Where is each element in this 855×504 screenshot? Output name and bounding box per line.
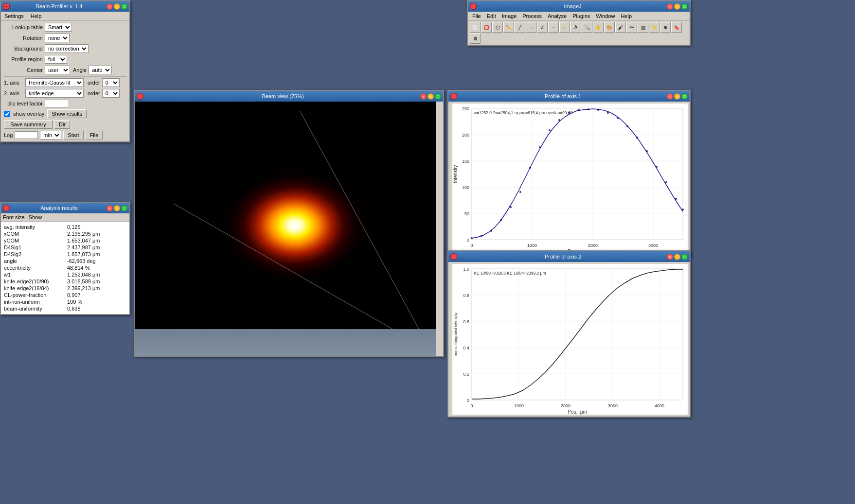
bv-max-btn[interactable]: □ bbox=[435, 93, 441, 100]
tool-arrow[interactable]: → bbox=[526, 22, 536, 33]
ij-menu-plugins[interactable]: Plugins bbox=[570, 13, 592, 19]
profile-axis2-window: Profile of axis 2 × − □ 0 bbox=[447, 250, 691, 417]
tool-rect[interactable]: ⬜ bbox=[470, 22, 481, 33]
axis1-order-select[interactable]: 0 1 2 bbox=[102, 78, 120, 87]
tool-threshold[interactable]: ▧ bbox=[638, 22, 648, 33]
file-button[interactable]: File bbox=[86, 131, 103, 139]
svg-text:3000: 3000 bbox=[648, 243, 658, 248]
bp-max-btn[interactable]: □ bbox=[121, 3, 127, 10]
p1-close-btn[interactable]: × bbox=[667, 93, 673, 100]
svg-point-23 bbox=[529, 167, 531, 169]
center-select[interactable]: user COM max bbox=[45, 66, 70, 74]
tool-freehand[interactable]: ✏️ bbox=[503, 22, 514, 33]
tool-measure[interactable]: 📏 bbox=[649, 22, 659, 33]
ij-close-btn[interactable]: × bbox=[667, 3, 673, 10]
log-input[interactable] bbox=[15, 131, 38, 139]
dir-button[interactable]: Dir bbox=[54, 120, 70, 129]
analysis-value: 3.018,589 μm bbox=[67, 278, 100, 284]
analysis-titlebar: Analysis results × − □ bbox=[1, 203, 129, 213]
tool-angle[interactable]: ∠ bbox=[537, 22, 548, 33]
background-select[interactable]: no correction subtract min bbox=[45, 44, 89, 53]
analysis-row: angle-62,663 deg bbox=[4, 258, 126, 264]
start-button[interactable]: Start bbox=[63, 131, 83, 139]
axis1-fit-select[interactable]: Hermite-Gauss fit Gauss fit knife-edge bbox=[25, 78, 84, 87]
tool-polygon[interactable]: ⬡ bbox=[492, 22, 503, 33]
tool-line[interactable]: ╱ bbox=[515, 22, 525, 33]
beam-profiler-titlebar: ● Beam Profiler v. 1.4 × − □ bbox=[1, 1, 129, 12]
profile-region-select[interactable]: full ROI bbox=[45, 55, 67, 64]
ij-menu-image[interactable]: Image bbox=[499, 13, 519, 19]
ar-min-btn[interactable]: − bbox=[114, 205, 120, 211]
rotation-select[interactable]: none 90° bbox=[45, 34, 70, 42]
ij-menu-help[interactable]: Help bbox=[618, 13, 634, 19]
ij-max-btn[interactable]: □ bbox=[681, 3, 688, 10]
ar-menu-fontsize[interactable]: Font size bbox=[3, 214, 25, 220]
tool-stamp[interactable]: 🔖 bbox=[671, 22, 682, 33]
ij-min-btn[interactable]: − bbox=[674, 3, 680, 10]
svg-point-31 bbox=[607, 112, 609, 114]
axis2-fit-select[interactable]: knife-edge Gauss fit Hermite-Gauss fit bbox=[25, 89, 84, 98]
p2-close-btn[interactable]: × bbox=[667, 254, 673, 260]
ij-menu-window[interactable]: Window bbox=[593, 13, 617, 19]
ar-close-btn[interactable]: × bbox=[107, 205, 113, 211]
axis2-label: 2. axis bbox=[4, 90, 23, 96]
bp-close-btn[interactable]: × bbox=[107, 3, 113, 10]
analysis-key: D4Sig2 bbox=[4, 251, 67, 257]
bv-min-btn[interactable]: − bbox=[428, 93, 434, 100]
p1-window-icon bbox=[450, 93, 457, 100]
tool-brush[interactable]: 🖌 bbox=[615, 22, 626, 33]
analysis-key: eccentricity bbox=[4, 265, 67, 271]
tool-oval[interactable]: ⭕ bbox=[481, 22, 492, 33]
p1-max-btn[interactable]: □ bbox=[681, 93, 688, 100]
svg-text:200: 200 bbox=[462, 133, 469, 138]
ij-menu-analyze[interactable]: Analyze bbox=[545, 13, 569, 19]
tool-pencil[interactable]: ✏ bbox=[626, 22, 637, 33]
bp-menu-help[interactable]: Help bbox=[29, 13, 43, 19]
analysis-value: 100 % bbox=[67, 299, 82, 305]
p2-window-icon bbox=[450, 253, 457, 260]
tool-custom1[interactable]: ⚙ bbox=[470, 33, 481, 44]
bp-min-btn[interactable]: − bbox=[114, 3, 120, 10]
svg-text:100: 100 bbox=[462, 185, 469, 190]
clip-level-input[interactable]: 0.1 bbox=[45, 100, 69, 107]
p2-min-btn[interactable]: − bbox=[674, 254, 680, 260]
analysis-row: beam-uniformity0,638 bbox=[4, 305, 126, 312]
tool-zoom[interactable]: 🔍 bbox=[582, 22, 592, 33]
profile1-canvas: 0 50 100 150 200 250 0 1000 2000 3000 Po… bbox=[452, 104, 688, 254]
p1-min-btn[interactable]: − bbox=[674, 93, 680, 100]
ij-menu-process[interactable]: Process bbox=[520, 13, 544, 19]
axis2-order-select[interactable]: 0 1 bbox=[102, 89, 120, 98]
analysis-key: knife-edge2(16/84) bbox=[4, 285, 67, 291]
rotation-label: Rotation bbox=[4, 35, 43, 41]
analysis-row: yCOM1.653,047 μm bbox=[4, 237, 126, 244]
tool-calibrate[interactable]: ⊕ bbox=[660, 22, 671, 33]
tool-wand[interactable]: 🪄 bbox=[559, 22, 570, 33]
bp-menubar: Settings Help bbox=[1, 12, 129, 21]
bv-close-btn[interactable]: × bbox=[420, 93, 427, 100]
tool-color-picker[interactable]: 🎨 bbox=[604, 22, 615, 33]
ij-menu-file[interactable]: File bbox=[470, 13, 483, 19]
analysis-results-window: Analysis results × − □ Font size Show av… bbox=[0, 202, 130, 315]
svg-point-32 bbox=[617, 117, 619, 119]
analysis-value: 0,638 bbox=[67, 306, 81, 312]
p2-max-btn[interactable]: □ bbox=[681, 254, 688, 260]
ar-menu-show[interactable]: Show bbox=[29, 214, 42, 220]
log-min-select[interactable]: min max bbox=[40, 131, 61, 139]
tool-text[interactable]: A bbox=[570, 22, 581, 33]
ar-max-btn[interactable]: □ bbox=[121, 205, 127, 211]
center-angle-row: Center user COM max Angle auto 0° bbox=[4, 66, 126, 74]
ar-menubar: Font size Show bbox=[1, 213, 129, 222]
lookup-table-select[interactable]: Smart Fire Grays bbox=[45, 23, 72, 32]
tool-point[interactable]: · bbox=[548, 22, 559, 33]
tool-hand[interactable]: ✋ bbox=[593, 22, 604, 33]
show-results-button[interactable]: Show results bbox=[47, 109, 87, 118]
save-summary-button[interactable]: Save summary bbox=[4, 120, 53, 129]
p2-titlebar: Profile of axis 2 × − □ bbox=[448, 251, 690, 262]
ij-menu-edit[interactable]: Edit bbox=[484, 13, 499, 19]
svg-text:150: 150 bbox=[462, 159, 469, 164]
angle-select[interactable]: auto 0° bbox=[89, 66, 112, 74]
show-overlay-checkbox[interactable] bbox=[4, 111, 10, 117]
bp-menu-settings[interactable]: Settings bbox=[3, 13, 25, 19]
svg-text:0: 0 bbox=[470, 403, 473, 408]
save-dir-row: Save summary Dir bbox=[4, 120, 126, 129]
